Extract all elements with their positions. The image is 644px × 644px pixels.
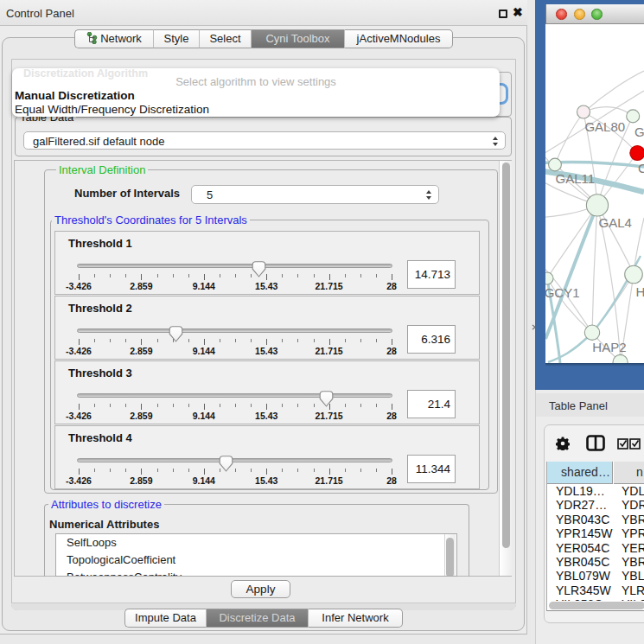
svg-text:GAL80: GAL80 bbox=[584, 119, 625, 134]
svg-text:H: H bbox=[636, 284, 644, 299]
svg-text:GCY1: GCY1 bbox=[545, 285, 580, 300]
svg-text:C: C bbox=[638, 161, 644, 175]
svg-text:GA: GA bbox=[634, 124, 644, 139]
svg-text:HAP2: HAP2 bbox=[592, 340, 626, 354]
svg-text:GAL11: GAL11 bbox=[556, 171, 596, 186]
svg-text:GAL4: GAL4 bbox=[599, 215, 632, 230]
